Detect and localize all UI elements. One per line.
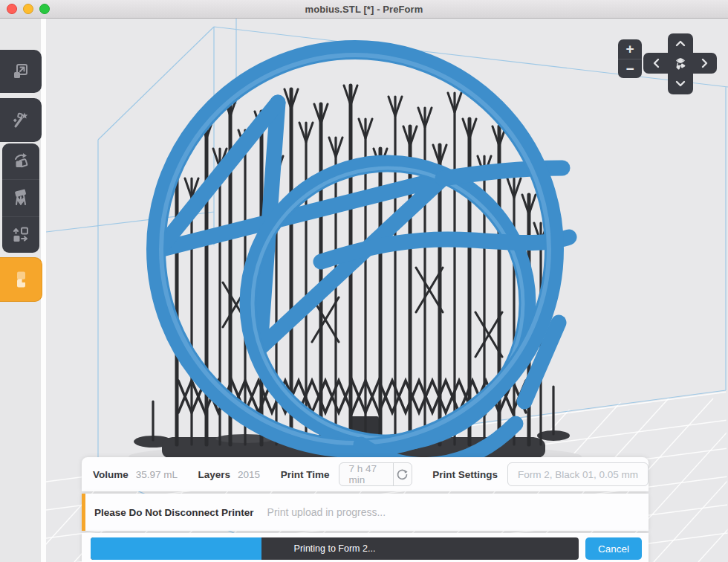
left-toolbar <box>0 19 46 562</box>
scale-icon <box>11 62 30 81</box>
rotate-left-button[interactable] <box>643 53 668 74</box>
rotate-down-button[interactable] <box>668 74 693 94</box>
notice-title: Please Do Not Disconnect Printer <box>94 507 254 518</box>
print-button[interactable] <box>0 257 42 302</box>
layers-label: Layers <box>198 469 231 480</box>
supports-icon <box>11 188 30 207</box>
supports-tool-button[interactable] <box>2 179 39 216</box>
layers-value: 2015 <box>238 469 260 480</box>
rotate-up-button[interactable] <box>668 33 693 53</box>
print-panel: Volume 35.97 mL Layers 2015 Print Time 7… <box>82 457 649 562</box>
upload-progress-bar: Printing to Form 2... <box>91 537 579 560</box>
zoom-in-button[interactable]: + <box>618 39 642 59</box>
print-info-bar: Volume 35.97 mL Layers 2015 Print Time 7… <box>82 457 649 491</box>
cancel-button[interactable]: Cancel <box>585 537 642 560</box>
rotate-right-button[interactable] <box>693 53 717 74</box>
orbit-eye-icon <box>672 55 689 71</box>
one-click-print-button[interactable] <box>0 98 42 142</box>
chevron-right-icon <box>701 58 709 68</box>
rotate-icon <box>11 152 30 171</box>
refresh-print-time-button[interactable] <box>393 463 411 485</box>
tool-group <box>2 143 39 253</box>
print-settings-label: Print Settings <box>432 469 498 480</box>
window-title: mobius.STL [*] - PreForm <box>0 4 728 15</box>
titlebar: mobius.STL [*] - PreForm <box>0 0 728 19</box>
chevron-left-icon <box>652 58 660 68</box>
chevron-down-icon <box>675 80 686 88</box>
chevron-up-icon <box>675 39 686 47</box>
size-tool-button[interactable] <box>0 50 42 93</box>
zoom-out-button[interactable]: − <box>618 59 642 79</box>
preform-window: mobius.STL [*] - PreForm <box>0 0 728 562</box>
volume-label: Volume <box>93 469 129 480</box>
refresh-icon <box>396 468 409 481</box>
zoom-control: + − <box>618 39 642 78</box>
orientation-tool-button[interactable] <box>2 143 39 179</box>
notice-message: Print upload in progress... <box>267 506 386 518</box>
reset-view-button[interactable] <box>668 53 693 74</box>
printer-notice-bar: Please Do Not Disconnect Printer Print u… <box>82 494 649 531</box>
magic-wand-icon <box>11 111 30 130</box>
cartridge-icon <box>11 270 30 289</box>
progress-status-text: Printing to Form 2... <box>91 537 579 560</box>
layout-icon <box>11 225 30 245</box>
upload-progress-bar-row: Printing to Form 2... Cancel <box>82 533 649 562</box>
print-time-box: 7 h 47 min <box>339 462 412 486</box>
view-dpad <box>643 33 717 94</box>
print-time-label: Print Time <box>281 469 330 480</box>
volume-value: 35.97 mL <box>136 469 178 480</box>
app-area: + − <box>0 19 728 562</box>
layout-tool-button[interactable] <box>2 216 39 253</box>
print-time-value: 7 h 47 min <box>339 463 393 485</box>
print-settings-value[interactable]: Form 2, Black 01, 0.05 mm <box>507 462 649 486</box>
